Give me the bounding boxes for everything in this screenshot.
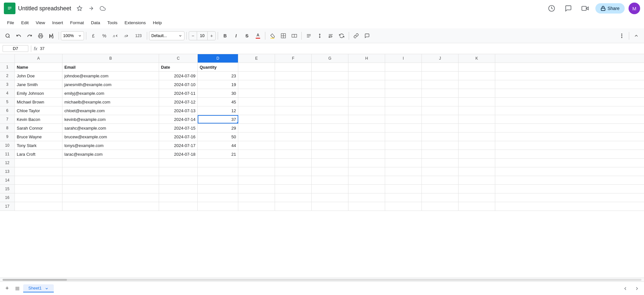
cell[interactable] <box>238 150 275 158</box>
cell[interactable] <box>459 89 495 97</box>
cell[interactable] <box>198 176 238 184</box>
comments-icon[interactable] <box>562 2 575 15</box>
cell[interactable]: Jane Smith <box>15 80 62 89</box>
cell[interactable]: Michael Brown <box>15 98 62 106</box>
cell[interactable] <box>385 176 422 184</box>
cell[interactable]: 21 <box>198 150 238 158</box>
col-header-a[interactable]: A <box>15 54 62 63</box>
cell[interactable] <box>459 106 495 115</box>
cell[interactable] <box>15 176 62 184</box>
col-header-i[interactable]: I <box>385 54 422 63</box>
menu-edit[interactable]: Edit <box>18 19 32 26</box>
row-number[interactable]: 11 <box>0 150 15 158</box>
cell[interactable] <box>422 124 459 132</box>
cell[interactable] <box>238 115 275 123</box>
cell[interactable] <box>15 193 62 202</box>
horizontal-scrollbar[interactable] <box>0 278 644 281</box>
wrap-button[interactable] <box>326 31 336 41</box>
cell[interactable] <box>422 159 459 167</box>
cell[interactable] <box>385 193 422 202</box>
cell[interactable] <box>422 72 459 80</box>
font-family-selector[interactable]: Default... <box>149 31 185 40</box>
cell[interactable] <box>62 167 159 176</box>
cell[interactable] <box>238 98 275 106</box>
cell[interactable] <box>238 72 275 80</box>
cell[interactable] <box>422 202 459 211</box>
cell[interactable] <box>238 185 275 193</box>
menu-data[interactable]: Data <box>88 19 104 26</box>
link-button[interactable] <box>351 31 361 41</box>
cell[interactable] <box>312 202 348 211</box>
cell[interactable]: emilyj@example.com <box>62 89 159 97</box>
cell[interactable] <box>238 167 275 176</box>
cell[interactable]: Chloe Taylor <box>15 106 62 115</box>
cell[interactable] <box>385 202 422 211</box>
zoom-control[interactable]: 100% <box>61 31 84 40</box>
cell[interactable] <box>312 150 348 158</box>
col-header-d[interactable]: D <box>198 54 238 63</box>
cell[interactable] <box>238 89 275 97</box>
cell[interactable] <box>62 176 159 184</box>
cell[interactable]: Name <box>15 63 62 71</box>
cell[interactable]: 2024-07-12 <box>159 98 198 106</box>
cell[interactable] <box>15 185 62 193</box>
font-size-decrease-button[interactable]: − <box>189 32 197 40</box>
cell[interactable]: tonys@example.com <box>62 141 159 150</box>
font-size-increase-button[interactable]: + <box>208 32 215 40</box>
star-icon[interactable] <box>75 4 84 13</box>
currency-button[interactable]: £ <box>88 31 99 41</box>
formula-input[interactable]: 37 <box>40 46 641 51</box>
cell[interactable] <box>275 159 312 167</box>
cell[interactable]: 2024-07-11 <box>159 89 198 97</box>
cell[interactable] <box>238 124 275 132</box>
cell[interactable] <box>238 80 275 89</box>
cell[interactable]: Quantity <box>198 63 238 71</box>
cell[interactable] <box>459 185 495 193</box>
cell[interactable] <box>275 115 312 123</box>
cell[interactable] <box>459 115 495 123</box>
cell[interactable] <box>348 133 385 141</box>
cell[interactable] <box>385 167 422 176</box>
collapse-button[interactable] <box>621 284 630 293</box>
cell[interactable] <box>348 185 385 193</box>
cell[interactable] <box>459 193 495 202</box>
cell[interactable]: Lara Croft <box>15 150 62 158</box>
share-button[interactable]: Share <box>595 3 625 14</box>
cell[interactable]: 2024-07-14 <box>159 115 198 123</box>
cell[interactable] <box>385 72 422 80</box>
cell[interactable] <box>198 202 238 211</box>
add-sheet-button[interactable]: + <box>3 284 12 293</box>
cell[interactable] <box>15 159 62 167</box>
cell[interactable]: michaelb@example.com <box>62 98 159 106</box>
row-number[interactable]: 4 <box>0 89 15 97</box>
cell[interactable] <box>312 80 348 89</box>
cell[interactable]: Tony Stark <box>15 141 62 150</box>
meet-icon[interactable] <box>579 2 592 15</box>
cell[interactable]: John Doe <box>15 72 62 80</box>
row-number[interactable]: 17 <box>0 202 15 211</box>
expand-button[interactable] <box>632 284 641 293</box>
version-history-icon[interactable] <box>545 2 558 15</box>
fill-color-button[interactable] <box>267 31 278 41</box>
cell[interactable] <box>459 150 495 158</box>
cell[interactable] <box>385 124 422 132</box>
cell[interactable] <box>198 193 238 202</box>
cell[interactable] <box>385 115 422 123</box>
cell[interactable] <box>159 167 198 176</box>
cell[interactable] <box>275 141 312 150</box>
cell[interactable]: 44 <box>198 141 238 150</box>
cell[interactable] <box>15 167 62 176</box>
cell[interactable] <box>385 159 422 167</box>
cell[interactable] <box>459 124 495 132</box>
cell[interactable] <box>198 185 238 193</box>
cell[interactable]: 2024-07-13 <box>159 106 198 115</box>
cell[interactable] <box>348 115 385 123</box>
cell[interactable] <box>348 80 385 89</box>
cell[interactable]: 30 <box>198 89 238 97</box>
row-number[interactable]: 10 <box>0 141 15 150</box>
cell[interactable]: kevinb@example.com <box>62 115 159 123</box>
menu-help[interactable]: Help <box>150 19 165 26</box>
cell[interactable] <box>422 185 459 193</box>
search-button[interactable] <box>3 31 13 41</box>
col-header-c[interactable]: C <box>159 54 198 63</box>
